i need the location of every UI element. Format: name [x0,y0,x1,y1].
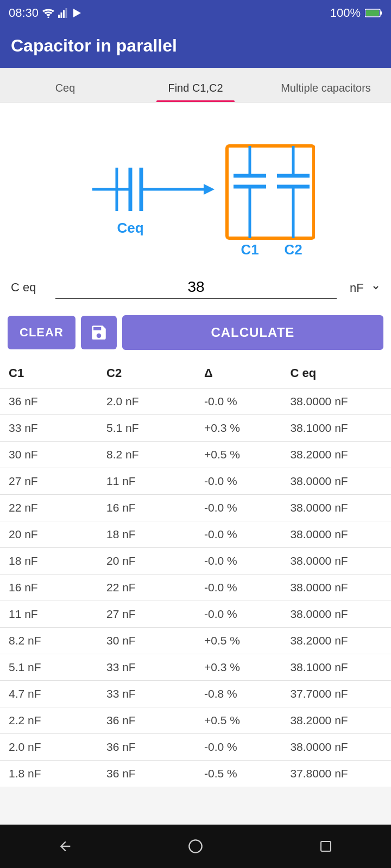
back-button[interactable] [52,835,79,857]
svg-rect-30 [321,841,331,851]
table-cell: -0.0 % [195,601,281,628]
svg-text:C2: C2 [284,241,302,258]
table-cell: 2.0 nF [0,734,98,761]
svg-text:C1: C1 [241,241,258,258]
header-c1: C1 [0,359,98,388]
table-row: 30 nF8.2 nF+0.5 %38.2000 nF [0,442,391,468]
table-cell: 2.0 nF [98,388,195,415]
app-header: Capacitor in parallel [0,26,391,68]
table-row: 27 nF11 nF-0.0 %38.0000 nF [0,468,391,495]
svg-point-0 [48,17,49,18]
table-cell: 16 nF [98,495,195,521]
table-cell: 20 nF [98,548,195,575]
svg-marker-16 [204,184,215,195]
table-cell: 38.1000 nF [281,415,391,442]
ceq-label: C eq [11,280,49,295]
table-cell: 8.2 nF [0,628,98,654]
table-cell: 38.2000 nF [281,628,391,654]
table-cell: 38.1000 nF [281,654,391,681]
table-cell: +0.5 % [195,707,281,734]
wifi-icon [42,8,55,18]
table-cell: 30 nF [0,442,98,468]
table-cell: -0.8 % [195,681,281,707]
svg-rect-4 [66,8,67,18]
table-cell: 38.0000 nF [281,468,391,495]
table-cell: 22 nF [0,495,98,521]
recents-button[interactable] [312,835,339,857]
table-cell: 1.8 nF [0,761,98,787]
table-row: 18 nF20 nF-0.0 %38.0000 nF [0,548,391,575]
table-cell: 18 nF [0,548,98,575]
battery-display: 100% [330,6,361,20]
table-cell: 5.1 nF [98,415,195,442]
table-cell: -0.0 % [195,468,281,495]
table-cell: 38.0000 nF [281,734,391,761]
table-cell: 33 nF [0,415,98,442]
table-header: C1 C2 Δ C eq [0,359,391,388]
table-cell: 5.1 nF [0,654,98,681]
play-icon [72,8,82,18]
table-cell: 36 nF [98,734,195,761]
table-cell: 36 nF [98,707,195,734]
table-row: 5.1 nF33 nF+0.3 %38.1000 nF [0,654,391,681]
table-row: 20 nF18 nF-0.0 %38.0000 nF [0,521,391,548]
table-cell: 27 nF [0,468,98,495]
time-display: 08:30 [9,6,39,20]
table-cell: 38.0000 nF [281,521,391,548]
table-cell: 2.2 nF [0,707,98,734]
table-cell: 11 nF [98,468,195,495]
table-cell: +0.5 % [195,442,281,468]
table-cell: 16 nF [0,575,98,601]
table-row: 16 nF22 nF-0.0 %38.0000 nF [0,575,391,601]
table-cell: 38.2000 nF [281,442,391,468]
battery-icon [365,8,382,18]
svg-rect-17 [227,146,314,238]
tab-multiple-capacitors[interactable]: Multiple capacitors [261,74,391,102]
table-row: 2.0 nF36 nF-0.0 %38.0000 nF [0,734,391,761]
table-cell: 27 nF [98,601,195,628]
table-cell: 8.2 nF [98,442,195,468]
svg-rect-3 [63,10,65,18]
header-c2: C2 [98,359,195,388]
table-cell: 38.2000 nF [281,707,391,734]
tab-find-c1-c2[interactable]: Find C1,C2 [130,74,261,102]
status-right: 100% [330,6,382,20]
svg-text:Ceq: Ceq [117,220,143,236]
table-cell: 33 nF [98,654,195,681]
tab-bar: Ceq Find C1,C2 Multiple capacitors [0,68,391,103]
input-row: C eq nF pF µF mF F [0,271,391,310]
status-bar: 08:30 100% [0,0,391,26]
table-cell: 33 nF [98,681,195,707]
table-cell: 36 nF [98,761,195,787]
home-button[interactable] [182,835,209,857]
results-table: C1 C2 Δ C eq 36 nF2.0 nF-0.0 %38.0000 nF… [0,359,391,787]
table-cell: -0.5 % [195,761,281,787]
svg-point-29 [189,840,201,852]
table-cell: +0.3 % [195,654,281,681]
table-row: 2.2 nF36 nF+0.5 %38.2000 nF [0,707,391,734]
table-cell: 37.7000 nF [281,681,391,707]
svg-rect-1 [58,15,60,18]
svg-rect-2 [61,12,62,18]
save-button[interactable] [81,316,117,349]
table-cell: +0.3 % [195,415,281,442]
table-cell: 37.8000 nF [281,761,391,787]
ceq-input[interactable] [55,276,337,299]
table-row: 11 nF27 nF-0.0 %38.0000 nF [0,601,391,628]
app-title: Capacitor in parallel [11,36,380,56]
calculate-button[interactable]: CALCULATE [122,315,383,350]
table-cell: 36 nF [0,388,98,415]
status-time: 08:30 [9,6,82,20]
table-cell: -0.0 % [195,548,281,575]
tab-ceq[interactable]: Ceq [0,74,130,102]
clear-button[interactable]: CLEAR [8,316,75,349]
table-cell: 22 nF [98,575,195,601]
unit-selector[interactable]: nF pF µF mF F [343,277,380,298]
table-cell: 4.7 nF [0,681,98,707]
table-cell: -0.0 % [195,575,281,601]
table-cell: 38.0000 nF [281,601,391,628]
table-row: 36 nF2.0 nF-0.0 %38.0000 nF [0,388,391,415]
table-row: 4.7 nF33 nF-0.8 %37.7000 nF [0,681,391,707]
signal-icon [58,8,69,18]
table-cell: 38.0000 nF [281,388,391,415]
